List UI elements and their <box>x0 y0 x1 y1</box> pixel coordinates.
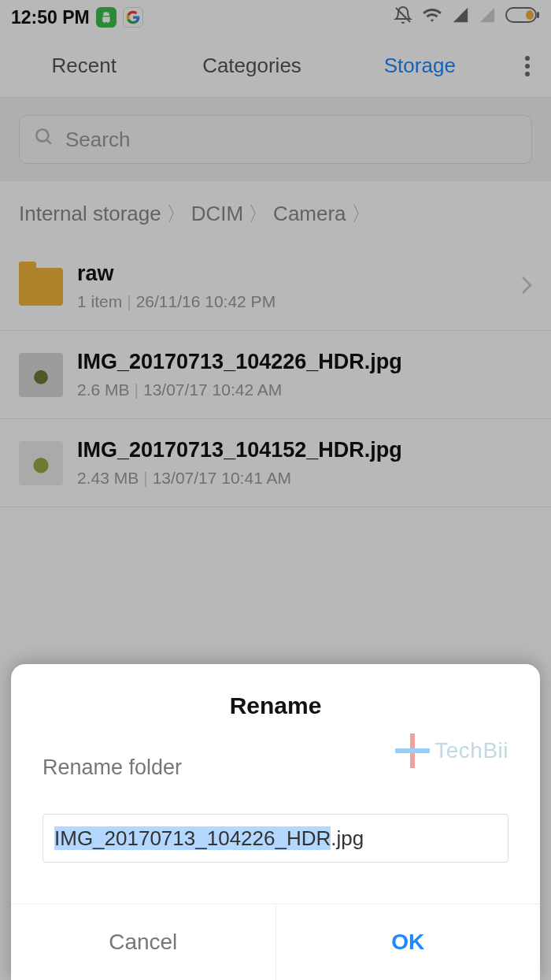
watermark-text: TechBii <box>435 738 508 763</box>
dialog-title: Rename <box>11 692 540 719</box>
dialog-subtitle: Rename folder <box>43 755 182 780</box>
rename-dialog: Rename Rename folder TechBii IMG_2017071… <box>11 664 540 980</box>
rename-input[interactable]: IMG_20170713_104226_HDR.jpg <box>43 814 508 863</box>
watermark: TechBii <box>395 733 508 768</box>
cancel-button[interactable]: Cancel <box>11 904 276 980</box>
watermark-icon <box>395 733 430 768</box>
ok-button[interactable]: OK <box>276 904 541 980</box>
